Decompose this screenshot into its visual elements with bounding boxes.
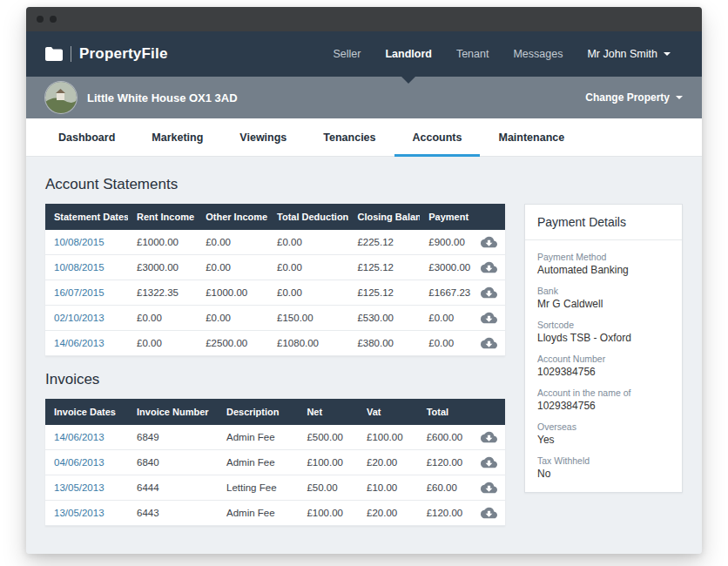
- cell-vat: £20.00: [358, 450, 418, 475]
- download-invoice-button[interactable]: [481, 481, 497, 495]
- cell-total: £120.00: [418, 450, 473, 475]
- cell-total-deductions: £0.00: [268, 255, 348, 280]
- column-header: Net: [298, 399, 358, 425]
- cell-payment: £1667.23: [420, 280, 473, 306]
- statement-date-link[interactable]: 14/06/2013: [54, 338, 104, 348]
- cell-net: £100.00: [298, 450, 358, 475]
- cloud-download-icon: [481, 455, 497, 469]
- tab-maintenance[interactable]: Maintenance: [480, 118, 583, 156]
- download-statement-button[interactable]: [481, 286, 497, 300]
- user-menu[interactable]: Mr John Smith: [575, 31, 683, 77]
- column-header: Invoice Dates: [45, 399, 128, 425]
- cell-rent-income: £0.00: [128, 306, 197, 331]
- download-invoice-button[interactable]: [481, 455, 497, 469]
- table-row: 14/06/2013 £0.00 £2500.00 £1080.00 £380.…: [45, 331, 505, 356]
- cloud-download-icon: [481, 481, 497, 495]
- cell-other-income: £0.00: [197, 230, 268, 255]
- property-avatar: [45, 82, 77, 113]
- field-label: Payment Method: [537, 252, 670, 262]
- tab-accounts[interactable]: Accounts: [394, 118, 481, 156]
- statement-date-link[interactable]: 10/08/2015: [54, 262, 104, 273]
- column-header: Total: [418, 399, 473, 425]
- cell-closing-balance: £380.00: [348, 331, 420, 356]
- field-label: Sortcode: [537, 320, 670, 330]
- column-header: Payment: [420, 204, 473, 230]
- cell-rent-income: £3000.00: [128, 255, 197, 280]
- column-header: Vat: [358, 399, 418, 425]
- field-value: 1029384756: [537, 366, 670, 378]
- cell-description: Admin Fee: [218, 425, 298, 450]
- cell-other-income: £1000.00: [197, 280, 268, 306]
- cell-date: 14/06/2013: [45, 331, 128, 356]
- download-statement-button[interactable]: [481, 336, 497, 350]
- download-statement-button[interactable]: [481, 260, 497, 274]
- invoice-date-link[interactable]: 13/05/2013: [54, 508, 104, 518]
- cloud-download-icon: [481, 235, 497, 249]
- cell-payment: £0.00: [420, 331, 473, 356]
- cell-total: £60.00: [418, 475, 473, 501]
- download-statement-button[interactable]: [481, 235, 497, 249]
- cell-other-income: £2500.00: [197, 331, 268, 356]
- download-statement-button[interactable]: [481, 311, 497, 325]
- cell-total-deductions: £0.00: [268, 280, 348, 306]
- field-label: Tax Withheld: [537, 455, 670, 466]
- nav-item-landlord[interactable]: Landlord: [373, 31, 443, 77]
- column-header: Statement Dates: [45, 204, 128, 230]
- cell-payment: £900.00: [420, 230, 473, 255]
- invoice-date-link[interactable]: 14/06/2013: [54, 432, 104, 442]
- window-control-dot[interactable]: [37, 16, 44, 23]
- field-value: Yes: [537, 434, 670, 446]
- table-row: 14/06/2013 6849 Admin Fee £500.00 £100.0…: [45, 425, 505, 450]
- table-row: 13/05/2013 6444 Letting Fee £50.00 £10.0…: [45, 475, 505, 501]
- cell-date: 16/07/2015: [45, 280, 128, 306]
- invoices-title: Invoices: [45, 371, 505, 388]
- cloud-download-icon: [481, 311, 497, 325]
- column-header: Total Deductions: [268, 204, 348, 230]
- invoice-date-link[interactable]: 13/05/2013: [54, 482, 104, 493]
- cloud-download-icon: [481, 286, 497, 300]
- field-label: Account in the name of: [537, 387, 670, 398]
- nav-item-messages[interactable]: Messages: [501, 31, 575, 77]
- tab-marketing[interactable]: Marketing: [133, 118, 221, 156]
- chevron-down-icon: [664, 52, 671, 56]
- invoices-header-row: Invoice Dates Invoice Number Description…: [45, 399, 505, 425]
- cloud-download-icon: [481, 260, 497, 274]
- tab-dashboard[interactable]: Dashboard: [40, 118, 133, 156]
- cell-date: 04/06/2013: [45, 450, 128, 475]
- column-header: Other Income: [197, 204, 268, 230]
- cell-invoice-number: 6840: [128, 450, 218, 475]
- cell-other-income: £0.00: [197, 306, 268, 331]
- cell-net: £100.00: [298, 501, 358, 526]
- nav-item-tenant[interactable]: Tenant: [444, 31, 502, 77]
- cell-date: 13/05/2013: [45, 475, 128, 501]
- cell-other-income: £0.00: [197, 255, 268, 280]
- invoice-date-link[interactable]: 04/06/2013: [54, 457, 104, 468]
- tab-viewings[interactable]: Viewings: [221, 118, 305, 156]
- column-header: Closing Balance: [348, 204, 420, 230]
- download-invoice-button[interactable]: [481, 430, 497, 444]
- tab-tenancies[interactable]: Tenancies: [305, 118, 394, 156]
- cell-description: Admin Fee: [218, 450, 298, 475]
- cell-vat: £10.00: [358, 475, 418, 501]
- window-control-dot[interactable]: [50, 16, 57, 23]
- statements-title: Account Statements: [45, 176, 505, 193]
- statement-date-link[interactable]: 02/10/2013: [54, 313, 104, 323]
- statement-date-link[interactable]: 16/07/2015: [54, 287, 104, 298]
- cloud-download-icon: [481, 506, 497, 520]
- cell-description: Admin Fee: [218, 501, 298, 526]
- cell-net: £50.00: [298, 475, 358, 501]
- download-invoice-button[interactable]: [481, 506, 497, 520]
- field-value: 1029384756: [537, 400, 670, 412]
- column-header: Invoice Number: [128, 399, 218, 425]
- table-row: 04/06/2013 6840 Admin Fee £100.00 £20.00…: [45, 450, 505, 475]
- statement-date-link[interactable]: 10/08/2015: [54, 237, 104, 247]
- cell-rent-income: £0.00: [128, 331, 197, 356]
- nav-item-seller[interactable]: Seller: [320, 31, 373, 77]
- property-bar: Little White House OX1 3AD Change Proper…: [26, 77, 702, 118]
- invoices-table: Invoice Dates Invoice Number Description…: [45, 399, 505, 526]
- cell-vat: £100.00: [358, 425, 418, 450]
- app-logo[interactable]: PropertyFile: [45, 45, 168, 63]
- app-logo-text: PropertyFile: [79, 45, 168, 63]
- change-property-button[interactable]: Change Property: [585, 91, 683, 104]
- cell-payment: £0.00: [420, 306, 473, 331]
